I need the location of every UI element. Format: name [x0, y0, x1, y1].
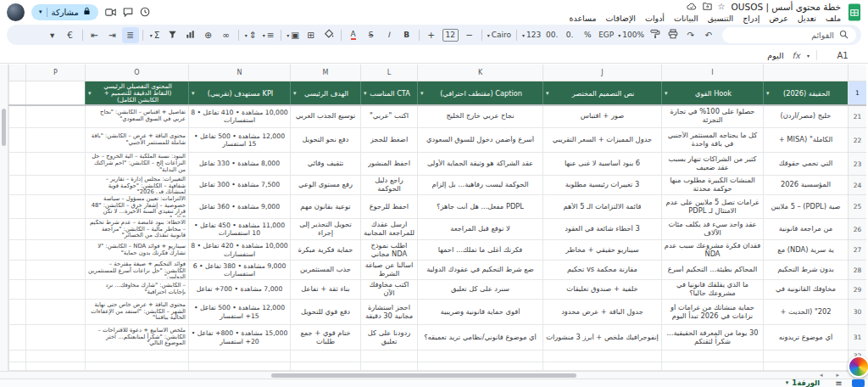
fill-color-button[interactable] — [320, 27, 337, 43]
insert-comment-button[interactable]: ⊕ — [200, 27, 217, 43]
cell-k32[interactable] — [417, 351, 542, 362]
cell-l32[interactable] — [360, 351, 417, 362]
italic-button[interactable]: I — [381, 27, 398, 43]
cell-o32[interactable] — [85, 351, 188, 362]
cell-l26[interactable]: ارسل عقدك للمراجعة المجانية — [360, 219, 417, 240]
cell-p26[interactable] — [25, 219, 85, 240]
menu-0[interactable]: ملف — [826, 14, 841, 23]
cell-q33[interactable] — [8, 362, 25, 371]
cell-l24[interactable]: راجع دليل الحوكمة — [360, 176, 417, 195]
menu-2[interactable]: عرض — [769, 14, 787, 23]
insert-link-button[interactable]: ∞ — [218, 27, 235, 43]
cell-m23[interactable]: تثقيف وقائي — [290, 153, 360, 176]
cell-j24[interactable]: 3 تغييرات رئيسية مطلوبة — [542, 176, 661, 195]
cell-q27[interactable] — [8, 240, 25, 261]
cell-o21[interactable]: تفاصيل + اقتباس – الكابشن: "نجاح عربي في… — [85, 105, 188, 128]
cell-n30[interactable]: 12,000 مشاهدة • 500 تفاعل • 15+ استفسار — [188, 300, 290, 325]
decrease-decimal-button[interactable]: .0 — [561, 27, 578, 43]
bold-button[interactable]: B — [398, 27, 415, 43]
cell-h32[interactable] — [763, 351, 848, 362]
cell-k23[interactable]: عقد الشراكة هو وثيقة الحماية الأولى — [417, 153, 542, 176]
cell-k31[interactable]: أي موضوع قانوني/نظامي تريد تعميقه؟ — [417, 325, 542, 351]
cell-n23[interactable]: 8,000 مشاهدة • 330 تفاعل — [188, 153, 290, 176]
row-header-27[interactable]: 27 — [848, 240, 866, 261]
star-icon[interactable]: ☆ — [718, 2, 726, 11]
menu-6[interactable]: أدوات — [645, 14, 665, 23]
cell-i24[interactable]: المنشآت الكبيرة مطلوب منها حوكمة محدثة — [661, 176, 763, 195]
functions-button[interactable]: Σ▾ — [147, 27, 164, 43]
cell-o24[interactable]: التغييرات: مجلس إدارة – تقارير – شفافية … — [85, 176, 188, 195]
cell-q28[interactable] — [8, 261, 25, 280]
cell-j30[interactable]: جدول الباقة + عرض محدود — [542, 300, 661, 325]
cell-j33[interactable] — [542, 362, 661, 371]
paint-format-button[interactable] — [647, 27, 664, 43]
cell-i32[interactable] — [661, 351, 763, 362]
font-family-select[interactable]: Cairo▾ — [486, 27, 513, 43]
menu-5[interactable]: البيانات — [674, 14, 698, 23]
row-header-30[interactable]: 30 — [848, 300, 866, 325]
cell-n22[interactable]: 12,000 مشاهدة • 500 تفاعل • 15 استفسار — [188, 128, 290, 153]
cell-h31[interactable]: أي موضوع تريدونه — [763, 325, 848, 351]
cell-o23[interactable]: البنود: نسبة الملكية – آلية الخروج – حل … — [85, 153, 188, 176]
horizontal-align-button[interactable]: ≡▾ — [260, 27, 277, 43]
cell-i30[interactable]: حماية منشأتك من غرامات أو نزاعات في 2026… — [661, 300, 763, 325]
cell-i27[interactable]: فقدان فكرة مشروعك سبب عدم NDA — [661, 240, 763, 261]
cell-o28[interactable]: فوائد التحكيم + صيغة مقترحة – الكابشن: "… — [85, 261, 188, 280]
filter-chevron-icon[interactable]: ▾ — [88, 90, 92, 97]
cell-k27[interactable]: فكرتك أغلى ما تملك... احمها — [417, 240, 542, 261]
cell-p33[interactable] — [25, 362, 85, 371]
document-title[interactable]: خطة محتوى أسس | OUSOS — [732, 2, 841, 12]
cell-j29[interactable]: خلفية + صندوق تعليقات — [542, 280, 661, 300]
meet-camera-icon[interactable] — [105, 8, 116, 17]
cell-k22[interactable]: أسرع وأضمن دخول للسوق السعودي — [417, 128, 542, 153]
cell-i33[interactable] — [661, 362, 763, 371]
cell-m27[interactable]: حماية فكرية مبكرة — [290, 240, 360, 261]
cell-p30[interactable] — [25, 300, 85, 325]
cell-m31[interactable]: ختام قوي + جمع طلبات — [290, 325, 360, 351]
cell-o29[interactable]: – الكابشن: "شارك مخاوفك... نرد بإجابات ا… — [85, 280, 188, 300]
cell-h25[interactable]: صية (PDPL) – 5 ملايين — [763, 195, 848, 219]
cell-k29[interactable]: سنرد على كل تعليق — [417, 280, 542, 300]
menu-7[interactable]: الإضافات — [606, 14, 636, 23]
text-color-button[interactable]: A — [345, 27, 362, 43]
font-size-increase-button[interactable]: + — [423, 27, 440, 43]
cell-j26[interactable]: 3 أخطاء شائعة في العقود — [542, 219, 661, 240]
cell-l25[interactable]: احفظ للرجوع — [360, 195, 417, 219]
cell-j23[interactable]: 6 بنود أساسية لا غنى عنها — [542, 153, 661, 176]
cell-n28[interactable]: 9,000 مشاهدة • 380 تفاعل • 6 استفسارات — [188, 261, 290, 280]
filter-chevron-icon[interactable]: ▾ — [420, 90, 424, 97]
avatar[interactable] — [7, 3, 25, 21]
cell-k24[interactable]: الحوكمة ليست رفاهية... بل إلزام — [417, 176, 542, 195]
cell-h33[interactable] — [763, 362, 848, 371]
cell-i28[interactable]: المحاكم بطيئة... التحكيم أسرع — [661, 261, 763, 280]
cloud-status-icon[interactable] — [687, 3, 697, 10]
cell-j21[interactable]: صور + اقتباس — [542, 105, 661, 128]
formula-input[interactable]: اليوم — [767, 51, 783, 60]
cell-n24[interactable]: 7,500 مشاهدة • 300 تفاعل — [188, 176, 290, 195]
cell-j31[interactable]: إنفوجرافيك ملخص + أبرز 3 منشورات — [542, 325, 661, 351]
cell-n26[interactable]: 11,000 مشاهدة • 450 تفاعل • 10 استفسارات — [188, 219, 290, 240]
cell-n32[interactable] — [188, 351, 290, 362]
cell-i25[interactable]: غرامات تصل 5 ملايين على عدم الامتثال لـ … — [661, 195, 763, 219]
cell-h27[interactable]: ية سرية (NDA) مع — [763, 240, 848, 261]
cell-p29[interactable] — [25, 280, 85, 300]
cell-m29[interactable]: بناء ثقة + تفاعل — [290, 280, 360, 300]
cell-q22[interactable] — [8, 128, 25, 153]
share-button[interactable]: مشاركة ▾ — [31, 4, 98, 20]
increase-decimal-button[interactable]: .00 — [543, 27, 560, 43]
cell-j28[interactable]: مقارنة محكمة vs تحكيم — [542, 261, 661, 280]
horizontal-scrollbar-thumb[interactable] — [271, 373, 576, 378]
cell-p22[interactable] — [25, 128, 85, 153]
cell-h22[interactable]: الكاملة" (MISA + — [763, 128, 848, 153]
cell-n29[interactable]: 7,000 مشاهدة • 700+ تفاعل — [188, 280, 290, 300]
cell-o31[interactable]: ملخص الأسابيع + دعوة للاقتراحات – الكابش… — [85, 325, 188, 351]
cell-p21[interactable] — [25, 105, 85, 128]
header-cell-l[interactable]: ▾CTA المناسب — [360, 81, 417, 105]
sheet-tab-menu-icon[interactable]: ▾ — [786, 379, 789, 386]
cell-h30[interactable]: 202" (الحديث + — [763, 300, 848, 325]
cell-i21[interactable]: حصلوا على 100% في تجارة التجزئة — [661, 105, 763, 128]
cell-m26[interactable]: تحويل التحذير إلى إجراء — [290, 219, 360, 240]
column-letter-P[interactable]: P — [25, 64, 85, 81]
column-letter-I[interactable]: I — [661, 64, 763, 81]
text-wrap-button[interactable]: ≣ — [122, 27, 139, 43]
